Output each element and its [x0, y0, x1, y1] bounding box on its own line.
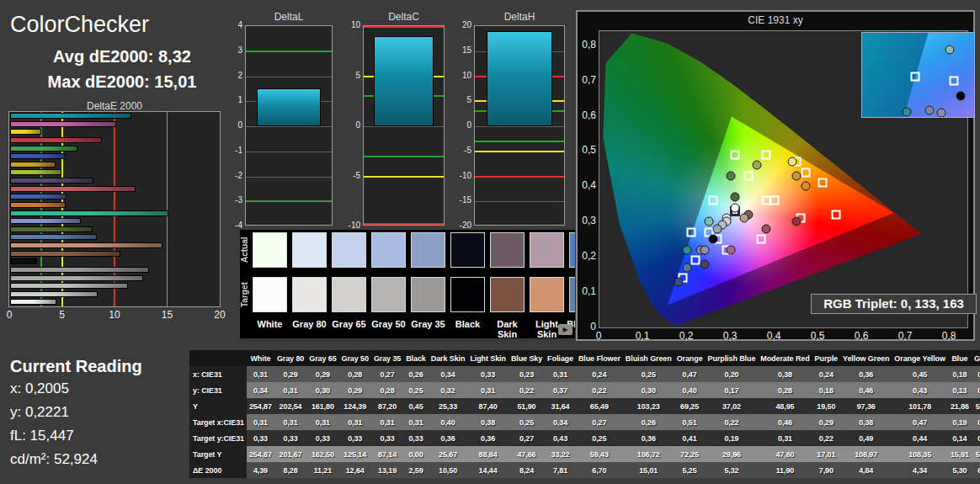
table-cell: 0,29	[306, 366, 338, 382]
table-cell: 0,22	[706, 414, 759, 430]
table-col-header-gray-65[interactable]: Gray 65	[306, 350, 338, 366]
table-col-header-orange-yellow[interactable]: Orange Yellow	[892, 350, 948, 366]
cie-measured-magenta	[727, 245, 736, 254]
table-cell: 0,45	[403, 398, 429, 414]
actual-swatch-gray-80[interactable]	[292, 232, 327, 268]
target-swatch-white[interactable]	[253, 277, 287, 312]
target-swatch-gray-65[interactable]	[332, 277, 366, 312]
deltal-tick--4: -4	[222, 221, 242, 230]
table-row-4: Target y:CIE310,330,330,330,330,330,330,…	[189, 430, 980, 446]
table-cell: 0,26	[623, 414, 674, 430]
deltae-bar-yellow	[10, 129, 41, 135]
table-cell: 0,33	[306, 430, 338, 446]
deltah-chart	[474, 25, 565, 226]
table-col-header-bluish-green[interactable]: Bluish Green	[623, 350, 674, 366]
target-swatch-gray-35[interactable]	[411, 277, 445, 312]
table-cell: 0,22	[812, 430, 840, 446]
deltae-bar-foliage	[10, 226, 93, 232]
cie-measured-purple	[700, 259, 709, 269]
deltae-x-tick-0: 0	[7, 309, 13, 321]
target-swatch-light-skin[interactable]	[530, 277, 564, 312]
actual-swatch-black[interactable]	[450, 232, 485, 268]
deltae-chart-title: DeltaE 2000	[8, 100, 221, 112]
actual-swatch-gray-50[interactable]	[371, 232, 406, 268]
table-cell: 0,33	[467, 366, 509, 382]
table-col-header-black[interactable]: Black	[403, 350, 429, 366]
deltae-bar-cyan	[10, 113, 131, 119]
limit-line--3	[364, 156, 444, 157]
swatch-scroll-right-button[interactable]: ▶	[558, 324, 573, 335]
table-cell: 0,31	[306, 414, 338, 430]
table-col-header-foliage[interactable]: Foliage	[545, 350, 576, 366]
deltal-title: DeltaL	[245, 11, 333, 23]
table-cell: 0,31	[467, 382, 509, 398]
target-swatch-dark-skin[interactable]	[490, 277, 525, 312]
table-cell: 37,02	[706, 398, 759, 414]
table-cell: 0,25	[403, 382, 429, 398]
table-col-header-moderate-red[interactable]: Moderate Red	[758, 350, 812, 366]
actual-swatch-light-skin[interactable]	[530, 232, 564, 268]
table-cell: 0,31	[972, 414, 980, 430]
table-cell: 0,31	[339, 414, 371, 430]
cie-measured-light-skin	[739, 214, 748, 223]
table-col-header-white[interactable]: White	[247, 350, 274, 366]
table-col-header-green[interactable]: Green	[972, 350, 980, 366]
cie-y-tick-0,5: 0,5	[574, 144, 596, 156]
cie-x-tick-0,1: 0,1	[636, 330, 650, 342]
target-swatch-gray-50[interactable]	[371, 277, 406, 312]
table-row-0: x: CIE310,310,290,290,280,270,260,340,33…	[189, 366, 980, 382]
table-col-header-purplish-blue[interactable]: Purplish Blue	[706, 350, 759, 366]
deltae-bar-bluish-green	[10, 210, 168, 216]
deltah-tick--20: -20	[451, 221, 471, 230]
table-col-header-purple[interactable]: Purple	[812, 350, 840, 366]
cie-measured-white	[731, 203, 740, 212]
table-col-header-gray-50[interactable]: Gray 50	[339, 350, 371, 366]
cie-inset-point-6	[937, 109, 946, 118]
limit-line--10	[364, 223, 444, 225]
table-col-header-blue-sky[interactable]: Blue Sky	[509, 350, 545, 366]
table-row-label: Target x:CIE31	[189, 414, 247, 430]
cie-measured-yellow-green	[753, 161, 762, 170]
page-title: ColorChecker	[10, 12, 246, 38]
table-col-header-orange[interactable]: Orange	[674, 350, 706, 366]
deltal-bar	[257, 88, 320, 126]
cie-inset-point-0	[945, 45, 954, 55]
table-col-header-blue-flower[interactable]: Blue Flower	[576, 350, 623, 366]
table-cell: 0,36	[840, 366, 892, 382]
table-col-header-light-skin[interactable]: Light Skin	[467, 350, 509, 366]
cie-x-tick-0,2: 0,2	[679, 330, 694, 342]
table-cell: 87,40	[467, 398, 509, 414]
swatch-label: Gray 65	[329, 319, 369, 329]
table-cell: 25,33	[429, 398, 468, 414]
table-cell: 0,34	[247, 382, 274, 398]
table-cell: 0,34	[429, 366, 468, 382]
deltae-bar-orange	[10, 202, 66, 208]
actual-swatch-dark-skin[interactable]	[490, 232, 525, 268]
table-col-header-blue[interactable]: Blue	[948, 350, 972, 366]
table-cell: 0,46	[840, 382, 892, 398]
actual-swatch-gray-35[interactable]	[411, 232, 445, 268]
cie-inset-point-5	[924, 106, 934, 115]
table-col-header-dark-skin[interactable]: Dark Skin	[429, 350, 468, 366]
deltal-tick-2: 2	[222, 71, 242, 80]
table-cell: 0,31	[274, 414, 306, 430]
target-swatch-gray-80[interactable]	[292, 277, 327, 312]
table-cell: 0,31	[758, 430, 812, 446]
actual-swatch-white[interactable]	[253, 232, 287, 268]
current-reading-line-1: y: 0,2221	[10, 404, 69, 421]
table-col-header-yellow-green[interactable]: Yellow Green	[840, 350, 892, 366]
actual-swatch-gray-65[interactable]	[332, 232, 366, 268]
table-cell: 69,25	[674, 398, 706, 414]
table-cell: 0,18	[812, 382, 840, 398]
table-cell: 2,59	[403, 462, 429, 478]
gridline	[364, 126, 444, 127]
deltae-x-tick-5: 5	[59, 309, 65, 321]
target-swatch-black[interactable]	[450, 277, 485, 312]
table-col-header-gray-35[interactable]: Gray 35	[371, 350, 403, 366]
cie-measured-black	[709, 235, 718, 244]
table-cell: 0,43	[545, 430, 576, 446]
table-cell: 59,43	[576, 446, 623, 462]
table-cell: 202,54	[274, 398, 306, 414]
table-col-header-gray-80[interactable]: Gray 80	[274, 350, 306, 366]
table-cell: 0,27	[371, 366, 403, 382]
